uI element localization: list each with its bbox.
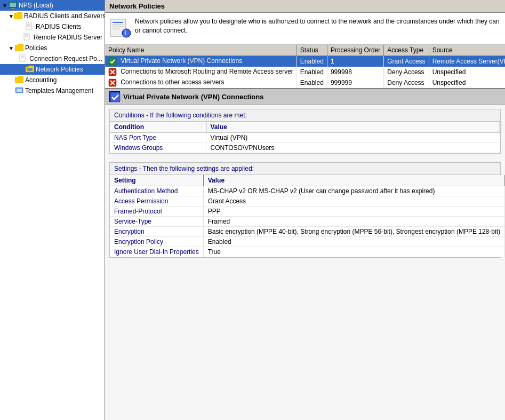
policy-table-container: Policy Name Status Processing Order Acce… — [105, 45, 505, 89]
sidebar-item-accounting[interactable]: Accounting — [0, 75, 105, 85]
table-row[interactable]: Connections to Microsoft Routing and Rem… — [105, 67, 505, 77]
setting-value-1: MS-CHAP v2 OR MS-CHAP v2 (User can chang… — [203, 186, 504, 196]
network-policies-label: Network Policies — [36, 66, 83, 73]
conditions-table: Condition Value NAS Port Type Virtual (V… — [110, 122, 500, 153]
conn-req-label: Connection Request Po... — [29, 55, 102, 62]
sidebar-item-conn-req[interactable]: Connection Request Po... — [0, 53, 105, 64]
condition-name-2: Windows Groups — [110, 143, 206, 153]
setting-value-5: Basic encryption (MPPE 40-bit), Strong e… — [203, 227, 504, 237]
nps-local-label: NPS (Local) — [19, 2, 53, 9]
green-policy-icon — [108, 57, 121, 65]
svg-rect-25 — [109, 58, 116, 65]
expand-icon-radius: ▼ — [9, 13, 14, 19]
sidebar-item-nps-local[interactable]: ▼ NPS (Local) — [0, 0, 105, 11]
setting-name-7: Ignore User Dial-In Properties — [110, 247, 203, 257]
expand-icon-policies: ▼ — [9, 45, 15, 51]
sidebar-item-remote-radius[interactable]: Remote RADIUS Server — [0, 32, 105, 43]
settings-header: Settings - Then the following settings a… — [110, 163, 500, 175]
policy-name-cell-2: Connections to Microsoft Routing and Rem… — [105, 67, 296, 77]
detail-header-icon — [109, 91, 120, 102]
sidebar-item-radius-cs[interactable]: ▼ RADIUS Clients and Servers — [0, 11, 105, 21]
policy-name-2: Connections to Microsoft Routing and Rem… — [121, 68, 293, 75]
table-header-row: Policy Name Status Processing Order Acce… — [105, 45, 505, 56]
svg-rect-2 — [10, 3, 16, 7]
sidebar-item-radius-clients[interactable]: RADIUS Clients — [0, 21, 105, 32]
folder-icon-acc — [15, 76, 23, 84]
setting-row: Encryption Policy Enabled — [110, 237, 504, 247]
col-processing-order: Processing Order — [327, 45, 383, 56]
setting-value-col-header: Value — [203, 175, 504, 186]
doc-icon-cr — [19, 54, 28, 63]
status-cell-3: Enabled — [296, 77, 327, 88]
source-cell-1: Remote Access Server(VPN-Dial up) — [429, 56, 505, 67]
source-cell-3: Unspecified — [429, 77, 505, 88]
conditions-header: Conditions - If the following conditions… — [110, 109, 500, 122]
sidebar-item-policies[interactable]: ▼ Policies — [0, 43, 105, 53]
conditions-header-row: Condition Value — [110, 122, 500, 133]
table-row[interactable]: Connections to other access servers Enab… — [105, 77, 505, 88]
setting-row: Ignore User Dial-In Properties True — [110, 247, 504, 257]
conditions-section: Conditions - If the following conditions… — [109, 109, 501, 154]
setting-name-6: Encryption Policy — [110, 237, 203, 247]
setting-row: Authentication Method MS-CHAP v2 OR MS-C… — [110, 186, 504, 196]
access-cell-1: Grant Access — [384, 56, 429, 67]
condition-value-2: CONTOSO\VPNUsers — [206, 143, 500, 153]
red-policy-icon-1 — [108, 68, 121, 75]
panel-title: Network Policies — [109, 2, 165, 10]
svg-rect-28 — [110, 92, 120, 102]
access-cell-2: Deny Access — [384, 67, 429, 77]
accounting-label: Accounting — [25, 76, 57, 84]
detail-panel: Virtual Private Network (VPN) Connection… — [105, 89, 505, 420]
detail-header: Virtual Private Network (VPN) Connection… — [105, 89, 505, 105]
doc-icon-rc — [26, 22, 34, 31]
sidebar-item-network-policies[interactable]: Network Policies — [0, 64, 105, 75]
description-text: Network policies allow you to designate … — [135, 17, 501, 35]
left-panel: ▼ NPS (Local) ▼ RADIUS Clients and Serve… — [0, 0, 105, 420]
col-source: Source — [429, 45, 505, 56]
condition-col-header: Condition — [110, 122, 206, 133]
description-icon: i — [109, 17, 131, 38]
status-cell-1: Enabled — [296, 56, 327, 67]
svg-rect-11 — [20, 54, 25, 61]
radius-clients-label: RADIUS Clients — [36, 23, 81, 30]
condition-row: NAS Port Type Virtual (VPN) — [110, 133, 500, 143]
setting-value-4: Framed — [203, 217, 504, 227]
description-box: i Network policies allow you to designat… — [105, 13, 505, 45]
computer-icon — [9, 1, 17, 10]
setting-name-3: Framed-Protocol — [110, 207, 203, 217]
setting-name-1: Authentication Method — [110, 186, 203, 196]
setting-value-3: PPP — [203, 207, 504, 217]
setting-row: Access Permission Grant Access — [110, 196, 504, 207]
policy-table: Policy Name Status Processing Order Acce… — [105, 45, 505, 88]
expand-icon: ▼ — [2, 3, 9, 9]
svg-rect-1 — [11, 8, 15, 9]
col-policy-name: Policy Name — [105, 45, 296, 56]
policy-name-cell: Virtual Private Network (VPN) Connection… — [105, 56, 296, 67]
order-cell-1: 1 — [327, 56, 383, 67]
svg-point-23 — [122, 29, 131, 37]
col-status: Status — [296, 45, 327, 56]
remote-radius-label: Remote RADIUS Server — [34, 34, 102, 41]
svg-rect-14 — [27, 68, 33, 71]
order-cell-3: 999999 — [327, 77, 383, 88]
settings-header-row: Setting Value — [110, 175, 504, 186]
sidebar-item-templates[interactable]: Templates Management — [0, 85, 105, 96]
table-row[interactable]: Virtual Private Network (VPN) Connection… — [105, 56, 505, 67]
templates-icon — [15, 86, 23, 95]
templates-label: Templates Management — [25, 87, 93, 94]
main-container: ▼ NPS (Local) ▼ RADIUS Clients and Serve… — [0, 0, 505, 420]
policy-name-cell-3: Connections to other access servers — [105, 77, 296, 88]
source-cell-2: Unspecified — [429, 67, 505, 77]
settings-section: Settings - Then the following settings a… — [109, 162, 501, 258]
policy-name-1: Virtual Private Network (VPN) Connection… — [121, 57, 242, 65]
setting-row: Service-Type Framed — [110, 217, 504, 227]
order-cell-2: 999998 — [327, 67, 383, 77]
setting-col-header: Setting — [110, 175, 203, 186]
folder-icon — [14, 12, 22, 20]
condition-name-1: NAS Port Type — [110, 133, 206, 143]
condition-value-1: Virtual (VPN) — [206, 133, 500, 143]
setting-name-2: Access Permission — [110, 196, 203, 207]
folder-icon-policies — [15, 44, 23, 52]
setting-name-4: Service-Type — [110, 217, 203, 227]
setting-name-5: Encryption — [110, 227, 203, 237]
